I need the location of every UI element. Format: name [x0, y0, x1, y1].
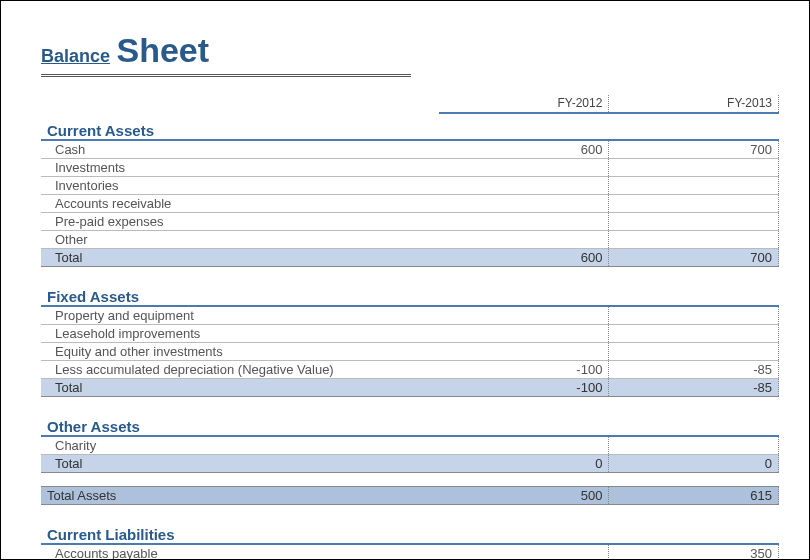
table-row: Inventories: [41, 176, 779, 194]
section-current-assets: Current Assets: [41, 113, 779, 140]
col-fy2013: FY-2013: [609, 95, 779, 113]
section-total: Total00: [41, 454, 779, 472]
total-assets-row: Total Assets500615: [41, 486, 779, 504]
page-title: Balance Sheet: [41, 31, 779, 70]
section-current-liabilities: Current Liabilities: [41, 518, 779, 544]
section-total: Total-100-85: [41, 378, 779, 396]
table-row: Accounts receivable: [41, 194, 779, 212]
col-fy2012: FY-2012: [439, 95, 609, 113]
table-row: Less accumulated depreciation (Negative …: [41, 360, 779, 378]
table-row: Property and equipment: [41, 306, 779, 324]
table-row: Leasehold improvements: [41, 324, 779, 342]
section-total: Total600700: [41, 248, 779, 266]
title-part1: Balance: [41, 46, 110, 66]
table-row: Charity: [41, 436, 779, 454]
table-row: Pre-paid expenses: [41, 212, 779, 230]
title-rule: [41, 74, 411, 77]
table-row: Cash600700: [41, 140, 779, 158]
section-other-assets: Other Assets: [41, 410, 779, 436]
table-row: Accounts payable350: [41, 544, 779, 560]
table-row: Investments: [41, 158, 779, 176]
table-row: Other: [41, 230, 779, 248]
title-part2: Sheet: [117, 31, 210, 69]
section-fixed-assets: Fixed Assets: [41, 280, 779, 306]
table-row: Equity and other investments: [41, 342, 779, 360]
balance-sheet-table: FY-2012 FY-2013 Current Assets Cash60070…: [41, 95, 779, 560]
column-headers: FY-2012 FY-2013: [41, 95, 779, 113]
